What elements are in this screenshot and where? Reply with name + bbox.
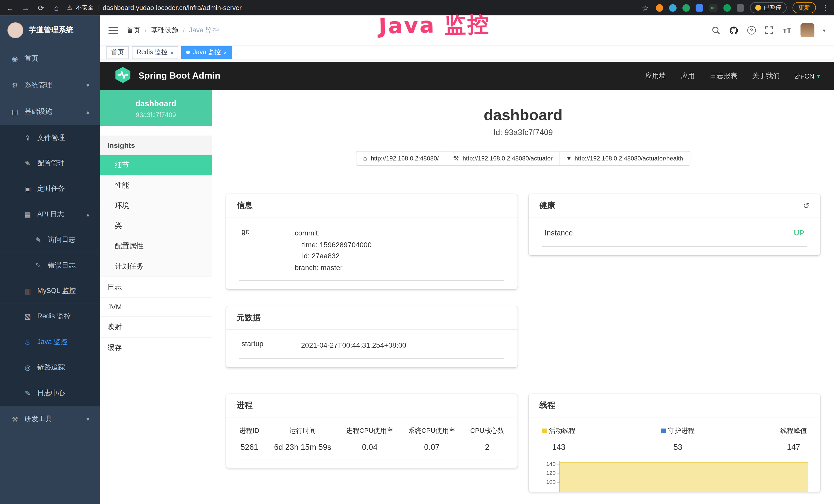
sba-item-details[interactable]: 细节 [100, 155, 212, 176]
health-row-instance[interactable]: Instance UP [542, 220, 807, 247]
sidebar-item-label: 系统管理 [24, 81, 52, 90]
extension-icon-6[interactable] [723, 4, 731, 12]
sidebar-item-scheduled-jobs[interactable]: ▣ 定时任务 [0, 176, 100, 201]
extension-icon-3[interactable] [682, 4, 690, 12]
threads-chart-svg: 140 120 100 [543, 461, 811, 492]
y-tick-140: 140 [546, 461, 555, 467]
y-tick-120: 120 [546, 470, 555, 476]
info-row-git: git commit: time: 1596289704000 id: 27aa… [239, 220, 504, 281]
sba-instance-block[interactable]: dashboard 93a3fc7f7409 [100, 90, 212, 126]
close-icon[interactable]: × [170, 49, 174, 56]
back-icon[interactable]: ← [5, 3, 15, 12]
link-service-url[interactable]: ⌂ http://192.168.0.2:48080/ [356, 151, 446, 166]
sba-item-logs[interactable]: 日志 [100, 276, 212, 297]
sba-item-mappings[interactable]: 映射 [100, 316, 212, 337]
legend-value: 143 [542, 442, 575, 451]
chevron-down-icon: ▾ [817, 72, 820, 80]
extension-icon-4[interactable] [696, 4, 703, 12]
search-icon[interactable] [711, 25, 721, 35]
stat-value: 5261 [239, 442, 259, 451]
sidebar-item-redis-monitor[interactable]: ▧ Redis 监控 [0, 303, 100, 329]
legend-value: 53 [661, 442, 695, 451]
tab-label: Java 监控 [193, 48, 221, 57]
sidebar-submenu-infra: ⇪ 文件管理 ✎ 配置管理 ▣ 定时任务 ▤ API 日志 ▴ ✎ [0, 125, 100, 406]
sidebar-item-file-mgmt[interactable]: ⇪ 文件管理 [0, 125, 100, 151]
sba-item-metrics[interactable]: 性能 [100, 175, 212, 196]
process-card: 进程 进程ID 5261 运行时间 [226, 394, 518, 468]
hamburger-icon[interactable] [108, 27, 118, 34]
tab-java-monitor[interactable]: Java 监控 × [182, 46, 232, 59]
breadcrumb-home[interactable]: 首页 [127, 25, 140, 35]
legend-daemon-threads: 守护进程 53 [661, 427, 695, 451]
legend-label: 活动线程 [549, 427, 576, 435]
sba-nav-applications[interactable]: 应用 [681, 71, 695, 81]
sba-locale-select[interactable]: zh-CN ▾ [795, 72, 820, 80]
security-warning-icon: ⚠ [67, 4, 72, 11]
extension-icon-2[interactable] [669, 4, 677, 12]
app-logo[interactable]: 芋道管理系统 [0, 16, 100, 45]
breadcrumb-infra[interactable]: 基础设施 [151, 25, 178, 35]
sidebar-item-dev-tools[interactable]: ⚒ 研发工具 ▾ [0, 406, 100, 432]
sba-nav-about[interactable]: 关于我们 [752, 71, 780, 81]
bookmark-star-icon[interactable]: ☆ [640, 3, 650, 12]
sba-item-environment[interactable]: 环境 [100, 196, 212, 216]
extension-icon-1[interactable] [656, 4, 663, 12]
active-tab-dot [186, 51, 190, 54]
fullscreen-icon[interactable] [764, 25, 774, 35]
sba-brand-title[interactable]: Spring Boot Admin [138, 71, 220, 81]
sidebar-item-config-mgmt[interactable]: ✎ 配置管理 [0, 151, 100, 176]
legend-label: 守护进程 [668, 427, 695, 435]
sidebar-item-home[interactable]: ◉ 首页 [0, 45, 100, 72]
metadata-card-header: 元数据 [226, 306, 518, 330]
sba-item-jvm[interactable]: JVM [100, 297, 212, 317]
sidebar-item-system[interactable]: ⚙ 系统管理 ▾ [0, 72, 100, 98]
paused-profile-pill[interactable]: 已暂停 [750, 2, 787, 13]
card-title: 元数据 [237, 313, 261, 323]
url-text[interactable]: dashboard.yudao.iocoder.cn/infra/admin-s… [103, 4, 242, 12]
sidebar-item-tracing[interactable]: ◎ 链路追踪 [0, 354, 100, 380]
chevron-down-icon: ▾ [86, 82, 89, 89]
update-button[interactable]: 更新 [792, 2, 816, 13]
github-icon[interactable] [729, 25, 739, 35]
sidebar-item-access-logs[interactable]: ✎ 访问日志 [0, 227, 100, 252]
history-icon[interactable]: ↺ [803, 201, 810, 210]
extension-puzzle-icon[interactable] [737, 4, 744, 12]
user-avatar[interactable] [800, 23, 814, 37]
extension-icon-5[interactable]: on [709, 4, 717, 12]
sidebar-item-log-center[interactable]: ✎ 日志中心 [0, 380, 100, 406]
forward-icon[interactable]: → [21, 3, 30, 12]
link-health-url[interactable]: ♥ http://192.168.0.2:48080/actuator/heal… [560, 151, 691, 166]
sidebar-item-api-logs[interactable]: ▤ API 日志 ▴ [0, 202, 100, 227]
sidebar-item-label: Redis 监控 [37, 312, 71, 321]
sba-nav-journal[interactable]: 日志报表 [710, 71, 738, 81]
browser-home-icon[interactable]: ⌂ [52, 3, 61, 12]
sidebar-item-label: API 日志 [37, 209, 64, 219]
avatar-caret-icon[interactable]: ▾ [823, 27, 825, 33]
sba-item-caches[interactable]: 缓存 [100, 337, 212, 358]
address-bar[interactable]: ⚠ 不安全 | dashboard.yudao.iocoder.cn/infra… [67, 4, 242, 12]
redis-icon: ▧ [23, 313, 32, 320]
instance-links: ⌂ http://192.168.0.2:48080/ ⚒ http://192… [212, 151, 834, 166]
tab-redis-monitor[interactable]: Redis 监控 × [132, 46, 178, 59]
sba-item-scheduled-tasks[interactable]: 计划任务 [100, 256, 212, 276]
tab-home[interactable]: 首页 [106, 46, 129, 59]
help-icon[interactable]: ? [747, 26, 756, 35]
breadcrumb-separator: / [145, 26, 147, 35]
sidebar-item-java-monitor[interactable]: ♨ Java 监控 [0, 329, 100, 354]
close-icon[interactable]: × [223, 49, 227, 56]
sidebar-item-infra[interactable]: ▤ 基础设施 ▴ [0, 98, 100, 125]
reload-icon[interactable]: ⟳ [36, 3, 46, 12]
sidebar-item-label: 定时任务 [37, 184, 65, 193]
upload-icon: ⇪ [23, 134, 32, 142]
info-line: branch: master [294, 262, 371, 273]
sidebar-item-mysql-monitor[interactable]: ▥ MySQL 监控 [0, 278, 100, 303]
sba-item-classes[interactable]: 类 [100, 216, 212, 236]
threads-card-header: 线程 [529, 394, 820, 417]
sba-item-config-props[interactable]: 配置属性 [100, 236, 212, 256]
link-url: http://192.168.0.2:48080/ [371, 155, 439, 162]
font-size-icon[interactable]: тT [782, 25, 792, 35]
sidebar-item-error-logs[interactable]: ✎ 错误日志 [0, 253, 100, 278]
link-actuator-url[interactable]: ⚒ http://192.168.0.2:48080/actuator [446, 151, 560, 166]
sba-nav-wallboard[interactable]: 应用墙 [645, 71, 666, 81]
kebab-menu-icon[interactable]: ⋮ [822, 4, 829, 12]
